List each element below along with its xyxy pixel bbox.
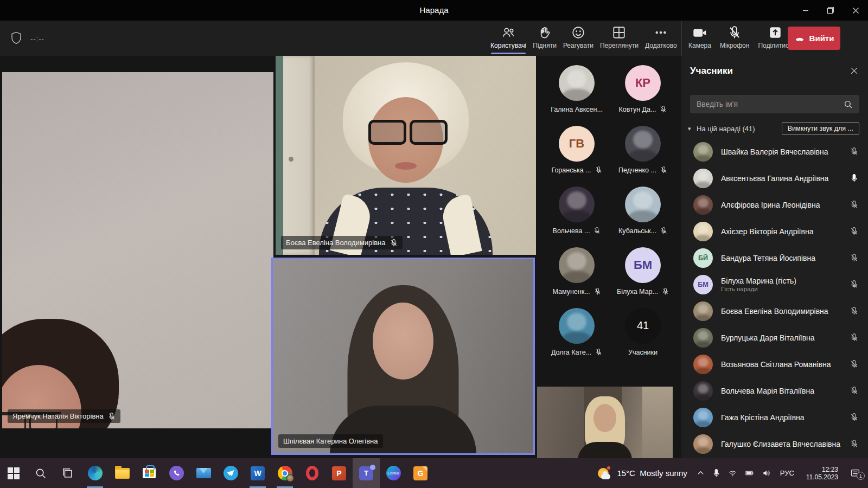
chevron-down-icon[interactable]: ▾ bbox=[688, 125, 697, 132]
opera-icon bbox=[306, 466, 318, 480]
grid-participant[interactable]: Долга Кате... bbox=[544, 301, 610, 362]
grid-participant[interactable]: Кубальськ... bbox=[610, 180, 676, 241]
microphone-button[interactable]: Мікрофон bbox=[716, 21, 754, 56]
video-tile-small[interactable] bbox=[537, 387, 673, 458]
mic-muted-icon[interactable] bbox=[850, 254, 858, 262]
video-tile-boeva[interactable]: Боєва Евеліна Володимирівна bbox=[276, 56, 536, 255]
search-input[interactable] bbox=[690, 100, 844, 108]
mic-muted-icon[interactable] bbox=[850, 307, 858, 315]
participant-row[interactable]: Боєва Евеліна Володимирівна bbox=[681, 298, 868, 324]
participant-row[interactable]: Галушко Єлизавета Вячеславівна bbox=[681, 431, 868, 457]
wifi-icon[interactable] bbox=[725, 466, 740, 480]
participant-row[interactable]: Возьянова Світлана Романівна bbox=[681, 351, 868, 377]
camera-button[interactable]: Камера bbox=[684, 21, 716, 56]
mic-muted-icon[interactable] bbox=[850, 387, 858, 395]
mic-muted-icon[interactable] bbox=[850, 333, 858, 342]
tab-label: Користувачі bbox=[490, 42, 526, 49]
canva-icon: Canva bbox=[386, 466, 401, 480]
leave-button[interactable]: Вийти bbox=[788, 27, 840, 50]
taskbar-app-telegram[interactable] bbox=[217, 458, 244, 488]
grid-participant[interactable]: Галина Авксен... bbox=[544, 59, 610, 119]
participant-row[interactable]: Ахієзер Вікторія Андріївна bbox=[681, 218, 868, 245]
mic-muted-icon[interactable] bbox=[850, 280, 858, 288]
avatar bbox=[693, 381, 713, 401]
grid-participant[interactable]: КР Ковтун Да... bbox=[610, 59, 676, 119]
mic-muted-icon[interactable] bbox=[850, 440, 858, 448]
mic-muted-icon bbox=[594, 288, 601, 295]
grid-overflow-count[interactable]: 41 Учасники bbox=[610, 301, 676, 362]
panel-close-icon[interactable] bbox=[848, 65, 860, 77]
participant-row[interactable]: БМ Білуха Марина (гість)Гість наради bbox=[681, 271, 868, 298]
taskbar-app-viber[interactable] bbox=[163, 458, 190, 488]
language-indicator[interactable]: РУС bbox=[776, 469, 799, 477]
participant-row[interactable]: Бурлуцька Даря Віталіївна bbox=[681, 324, 868, 351]
participant-name: Боєва Евеліна Володимирівна bbox=[721, 307, 846, 316]
mic-muted-icon[interactable] bbox=[850, 360, 858, 368]
avatar bbox=[693, 328, 713, 348]
windows-logo-icon bbox=[8, 467, 20, 479]
mic-on-icon[interactable] bbox=[850, 174, 858, 182]
battery-icon[interactable] bbox=[742, 466, 757, 480]
mic-muted-icon[interactable] bbox=[850, 227, 858, 235]
action-center-icon[interactable]: 1 bbox=[846, 465, 868, 481]
taskbar-app-edge[interactable] bbox=[81, 458, 108, 488]
video-tile-shpilievaya-active-speaker[interactable]: Шпілєвая Катерина Олегівна bbox=[271, 258, 535, 455]
taskbar-app-gpdf[interactable]: G bbox=[407, 458, 434, 488]
avatar bbox=[559, 308, 595, 344]
grid-participant[interactable]: Вольчева ... bbox=[544, 180, 610, 241]
taskbar-clock[interactable]: 12:23 11.05.2023 bbox=[801, 466, 844, 481]
grid-participant[interactable]: Педченко ... bbox=[610, 119, 676, 180]
participants-count: 41 bbox=[637, 319, 649, 332]
tray-mic-icon[interactable] bbox=[710, 466, 723, 480]
tab-users[interactable]: Користувачі bbox=[487, 21, 529, 56]
avatar bbox=[693, 222, 713, 241]
mic-muted-icon[interactable] bbox=[850, 147, 858, 156]
mute-all-button[interactable]: Вимкнути звук для ... bbox=[782, 122, 859, 135]
participant-row[interactable]: Вольчева Марія Віталіївна bbox=[681, 377, 868, 404]
taskbar-app-store[interactable] bbox=[136, 458, 163, 488]
tab-react[interactable]: Реагувати bbox=[560, 21, 597, 56]
taskbar-app-word[interactable]: W bbox=[244, 458, 271, 488]
tab-view[interactable]: Переглянути bbox=[597, 21, 642, 56]
weather-widget[interactable]: 15°C Mostly sunny bbox=[591, 466, 693, 480]
grid-participant[interactable]: Мамуненк... bbox=[544, 241, 610, 301]
section-row: ▾ На цій нараді (41) Вимкнути звук для .… bbox=[688, 121, 859, 136]
volume-icon[interactable] bbox=[760, 466, 774, 480]
task-view-button[interactable] bbox=[54, 458, 81, 488]
video-tile-yaremchuk[interactable]: Яремчук Наталія Вікторівна bbox=[2, 72, 273, 428]
minimize-button[interactable] bbox=[793, 0, 818, 21]
start-button[interactable] bbox=[0, 458, 27, 488]
taskbar-app-mail[interactable] bbox=[190, 458, 217, 488]
chevron-up-icon[interactable] bbox=[694, 466, 707, 480]
initials: БЙ bbox=[698, 254, 708, 262]
taskbar-app-powerpoint[interactable]: P bbox=[326, 458, 353, 488]
close-button[interactable] bbox=[843, 0, 868, 21]
tab-more[interactable]: Додатково bbox=[642, 21, 680, 56]
mic-muted-icon bbox=[660, 106, 667, 113]
powerpoint-icon: P bbox=[332, 466, 346, 480]
camera-icon bbox=[693, 26, 707, 39]
mic-muted-icon[interactable] bbox=[850, 201, 858, 209]
mic-muted-icon[interactable] bbox=[850, 413, 858, 421]
participant-row[interactable]: Алєфірова Ірина Леонідівна bbox=[681, 191, 868, 218]
grid-participant[interactable]: БМ Білуха Мар... bbox=[610, 241, 676, 301]
taskbar-app-file-explorer[interactable] bbox=[108, 458, 136, 488]
maximize-button[interactable] bbox=[818, 0, 843, 21]
participant-row[interactable]: Гажа Крістіна Андріївна bbox=[681, 404, 868, 431]
taskbar-search-button[interactable] bbox=[27, 458, 54, 488]
tab-raise-hand[interactable]: Підняти bbox=[529, 21, 560, 56]
taskbar-app-canva[interactable]: Canva bbox=[380, 458, 407, 488]
grid-participant[interactable]: ГВ Горанська ... bbox=[544, 119, 610, 180]
shield-icon bbox=[11, 31, 22, 44]
participant-row[interactable]: Швайка Валерія Вячеславівна bbox=[681, 138, 868, 165]
taskbar-app-opera[interactable] bbox=[298, 458, 326, 488]
taskbar-app-chrome[interactable] bbox=[271, 458, 298, 488]
participant-name: Гажа Крістіна Андріївна bbox=[721, 413, 846, 422]
participant-row[interactable]: Авксентьєва Галина Андріївна bbox=[681, 165, 868, 191]
tab-label: Реагувати bbox=[563, 42, 593, 49]
avatar bbox=[625, 126, 661, 162]
grid-label: Вольчева ... bbox=[553, 227, 590, 235]
taskbar-app-teams[interactable]: T bbox=[353, 458, 380, 488]
participant-row[interactable]: БЙ Бандура Тетяна Йосипівна bbox=[681, 245, 868, 271]
search-icon[interactable] bbox=[844, 100, 859, 109]
